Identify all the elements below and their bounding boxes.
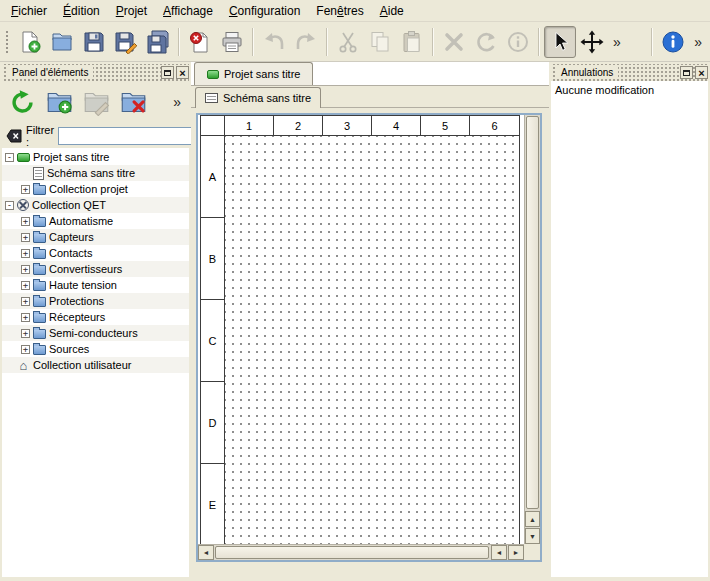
tree-item-convertisseurs[interactable]: + Convertisseurs	[2, 261, 189, 277]
new-document-icon	[18, 30, 42, 54]
elements-panel: Panel d'éléments	[2, 64, 189, 577]
project-tab-bar: Projet sans titre	[191, 62, 549, 86]
tab-schema-sans-titre[interactable]: Schéma sans titre	[195, 87, 321, 108]
expand-toggle[interactable]: +	[21, 265, 30, 274]
about-info-button[interactable]	[657, 26, 689, 58]
save-all-button[interactable]	[142, 26, 174, 58]
close-document-button[interactable]	[184, 26, 216, 58]
select-mode-button[interactable]	[544, 26, 576, 58]
expand-toggle[interactable]: -	[5, 201, 14, 210]
toolbar-drag-handle[interactable]	[4, 29, 10, 55]
filter-input[interactable]	[58, 127, 208, 145]
open-folder-icon	[50, 30, 74, 54]
expand-toggle[interactable]: +	[21, 281, 30, 290]
element-info-button[interactable]	[502, 26, 534, 58]
menu-fichier[interactable]: Fichier	[3, 1, 55, 21]
undo-panel-header[interactable]: Annulations	[551, 64, 708, 81]
float-panel-button[interactable]	[161, 66, 174, 79]
clear-filter-button[interactable]	[6, 128, 22, 144]
horizontal-scrollbar-handle[interactable]	[215, 546, 489, 559]
row-header: E	[201, 464, 224, 544]
expand-toggle[interactable]: +	[21, 185, 30, 194]
panel-toolbar-overflow-icon[interactable]	[168, 87, 186, 117]
menu-fenetres[interactable]: Fenêtres	[308, 1, 371, 21]
cut-button[interactable]	[332, 26, 364, 58]
delete-category-button[interactable]	[116, 85, 150, 119]
copy-button[interactable]	[364, 26, 396, 58]
tree-item-contacts[interactable]: + Contacts	[2, 245, 189, 261]
rotate-button[interactable]	[470, 26, 502, 58]
expand-toggle[interactable]: +	[21, 345, 30, 354]
reload-collections-button[interactable]	[5, 85, 39, 119]
close-panel-button[interactable]	[176, 66, 189, 79]
mdi-region: Projet sans titre Schéma sans titre 1 2 …	[191, 62, 549, 581]
scroll-down-button[interactable]: ▼	[525, 528, 540, 544]
expand-toggle[interactable]: +	[21, 249, 30, 258]
tree-item-collection-utilisateur[interactable]: Collection utilisateur	[2, 357, 189, 373]
elements-tree[interactable]: - Projet sans titre Schéma sans titre + …	[2, 148, 189, 577]
expand-toggle[interactable]: -	[5, 153, 14, 162]
tree-item-semi-conducteurs[interactable]: + Semi-conducteurs	[2, 325, 189, 341]
expand-toggle[interactable]: +	[21, 217, 30, 226]
vertical-scrollbar-handle[interactable]	[526, 116, 539, 509]
scroll-left-button[interactable]: ◄	[491, 545, 507, 560]
tree-item-schema[interactable]: Schéma sans titre	[2, 165, 189, 181]
tree-item-sources[interactable]: + Sources	[2, 341, 189, 357]
move-mode-button[interactable]	[576, 26, 608, 58]
undo-history-list[interactable]: Aucune modification	[551, 81, 708, 577]
expand-toggle[interactable]: +	[21, 233, 30, 242]
print-button[interactable]	[216, 26, 248, 58]
vertical-scrollbar[interactable]: ▲ ▼	[524, 115, 540, 544]
save-button[interactable]	[78, 26, 110, 58]
elements-panel-header[interactable]: Panel d'éléments	[2, 64, 189, 81]
save-as-button[interactable]	[110, 26, 142, 58]
redo-icon	[294, 30, 318, 54]
toolbar-overflow-icon[interactable]	[608, 27, 626, 57]
undo-panel-title: Annulations	[556, 66, 618, 79]
horizontal-scrollbar[interactable]: ◄ ◄ ►	[198, 544, 524, 560]
redo-button[interactable]	[290, 26, 322, 58]
undo-button[interactable]	[258, 26, 290, 58]
tree-item-collection-qet[interactable]: - Collection QET	[2, 197, 189, 213]
expand-toggle[interactable]: +	[21, 329, 30, 338]
scroll-right-button[interactable]: ►	[508, 545, 524, 560]
tree-item-capteurs[interactable]: + Capteurs	[2, 229, 189, 245]
delete-button[interactable]	[438, 26, 470, 58]
tree-item-project[interactable]: - Projet sans titre	[2, 149, 189, 165]
toolbar-separator	[252, 28, 254, 56]
float-panel-button[interactable]	[680, 66, 693, 79]
expand-toggle[interactable]	[21, 169, 30, 178]
info-blue-icon	[661, 30, 685, 54]
tab-projet-sans-titre[interactable]: Projet sans titre	[194, 62, 313, 85]
menu-configuration[interactable]: Configuration	[221, 1, 308, 21]
move-cross-icon	[580, 30, 604, 54]
paste-button[interactable]	[396, 26, 428, 58]
tree-item-haute-tension[interactable]: + Haute tension	[2, 277, 189, 293]
new-category-button[interactable]	[42, 85, 76, 119]
menu-aide[interactable]: Aide	[372, 1, 412, 21]
tree-item-recepteurs[interactable]: + Récepteurs	[2, 309, 189, 325]
scroll-left-button[interactable]: ◄	[198, 545, 214, 560]
menu-projet[interactable]: Projet	[108, 1, 155, 21]
expand-toggle[interactable]: +	[21, 297, 30, 306]
toolbar-overflow-icon[interactable]	[689, 27, 707, 57]
close-panel-button[interactable]	[695, 66, 708, 79]
open-project-button[interactable]	[46, 26, 78, 58]
expand-toggle[interactable]	[5, 361, 14, 370]
tree-item-collection-projet[interactable]: + Collection projet	[2, 181, 189, 197]
save-as-icon	[114, 30, 138, 54]
new-document-button[interactable]	[14, 26, 46, 58]
schema-canvas[interactable]: 1 2 3 4 5 6 A B C D E	[198, 115, 524, 544]
edit-category-button[interactable]	[79, 85, 113, 119]
menu-affichage[interactable]: Affichage	[155, 1, 221, 21]
folder-icon	[33, 217, 46, 227]
schema-tab-bar: Schéma sans titre	[191, 86, 549, 108]
elements-panel-title: Panel d'éléments	[7, 66, 93, 79]
tree-item-automatisme[interactable]: + Automatisme	[2, 213, 189, 229]
toolbar-separator	[326, 28, 328, 56]
tree-item-protections[interactable]: + Protections	[2, 293, 189, 309]
scroll-up-button[interactable]: ▲	[525, 511, 540, 527]
expand-toggle[interactable]: +	[21, 313, 30, 322]
edit-folder-icon	[83, 89, 110, 116]
menu-edition[interactable]: Édition	[55, 1, 108, 21]
